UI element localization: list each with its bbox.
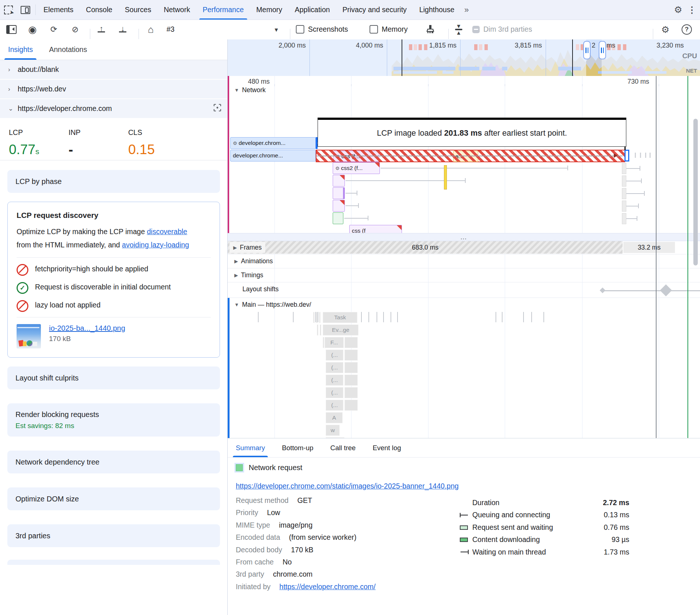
reload-record-icon[interactable]: ⟳ <box>48 24 60 35</box>
garbage-collect-icon[interactable] <box>424 24 437 35</box>
tab-console[interactable]: Console <box>80 0 119 20</box>
main-track-header[interactable]: ▼ Main — https://web.dev/ <box>234 301 311 309</box>
capture-settings-gear-icon[interactable]: ⚙ <box>659 24 671 35</box>
settings-gear-icon[interactable]: ⚙ <box>674 5 682 14</box>
insight-card-optimize-dom-size[interactable]: Optimize DOM size <box>7 487 220 510</box>
tab-bottom-up[interactable]: Bottom-up <box>282 438 313 457</box>
track-splitter[interactable]: … <box>228 233 700 241</box>
network-request-bar[interactable]: ⚙developer.chrom... <box>230 137 316 149</box>
tab-call-tree[interactable]: Call tree <box>330 438 356 457</box>
inspect-element-icon[interactable] <box>0 0 17 20</box>
request-url-link[interactable]: https://developer.chrome.com/static/imag… <box>236 482 459 490</box>
discoverable-link[interactable]: discoverable <box>147 227 187 236</box>
network-request-bar[interactable] <box>333 200 345 212</box>
screenshots-checkbox[interactable]: Screenshots <box>296 25 348 34</box>
flame-event[interactable] <box>344 400 358 411</box>
detail-value-link[interactable]: https://developer.chrome.com/ <box>279 583 375 591</box>
vertical-scrollbar[interactable] <box>693 119 698 265</box>
inspect-target-icon[interactable] <box>213 104 221 114</box>
insight-card-lcp-by-phase[interactable]: LCP by phase <box>7 170 220 193</box>
lcp-request-end-marker[interactable] <box>624 150 629 161</box>
insight-card-partial[interactable] <box>7 560 220 565</box>
tab-summary[interactable]: Summary <box>236 438 265 457</box>
frames-bar[interactable]: 683.0 ms <box>228 241 623 254</box>
download-profile-icon[interactable]: ↓ <box>116 24 129 35</box>
small-request-bar[interactable] <box>622 201 626 212</box>
tab-application[interactable]: Application <box>288 0 336 20</box>
flame-event[interactable] <box>344 337 358 348</box>
flame-event[interactable]: w <box>326 425 340 436</box>
network-request-bar[interactable] <box>333 175 345 187</box>
tab-network[interactable]: Network <box>157 0 196 20</box>
animations-track-header[interactable]: ▶ Animations <box>234 257 273 265</box>
timeline-overview[interactable]: 2,000 ms4,000 ms1,815 ms3,815 ms3,230 ms… <box>228 39 700 76</box>
flame-event[interactable]: (... <box>326 350 343 361</box>
tab-elements[interactable]: Elements <box>37 0 80 20</box>
layout-shift-diamond[interactable] <box>660 284 672 296</box>
avoiding-lazy-loading-link[interactable]: avoiding lazy-loading <box>122 241 189 249</box>
network-request-bar[interactable]: developer.chrome... <box>230 150 316 161</box>
flame-event[interactable]: (... <box>326 362 343 373</box>
collapse-tracks-icon[interactable]: ▼▲ <box>453 24 464 35</box>
small-request-bar[interactable] <box>622 188 626 199</box>
toggle-sidebar-icon[interactable] <box>5 24 18 35</box>
network-track-header[interactable]: ▼ Network <box>234 86 266 94</box>
flame-event[interactable] <box>344 350 358 361</box>
network-request-bar[interactable]: ⚙css2 (f... <box>333 162 380 174</box>
flame-event[interactable] <box>313 312 315 323</box>
flame-event[interactable] <box>323 337 324 348</box>
network-request-bar[interactable] <box>333 212 343 224</box>
tab-annotations[interactable]: Annotations <box>49 39 87 60</box>
partial-frame-bar[interactable]: 33.2 ms <box>623 242 675 253</box>
live-metrics-home-icon[interactable]: ⌂ <box>144 24 157 35</box>
help-icon[interactable]: ? <box>681 24 693 35</box>
insight-card-render-blocking-requests[interactable]: Render blocking requestsEst savings: 82 … <box>7 403 220 437</box>
flame-event[interactable]: Task <box>323 312 357 323</box>
sidebar-site-row[interactable]: ›about://blank <box>0 60 227 80</box>
insight-card-network-dependency-tree[interactable]: Network dependency tree <box>7 451 220 473</box>
flame-event[interactable] <box>344 375 358 386</box>
sidebar-site-row[interactable]: ›https://web.dev <box>0 80 227 99</box>
memory-checkbox[interactable]: Memory <box>370 25 407 34</box>
flame-event[interactable]: (... <box>326 400 343 411</box>
tab-privacy-and-security[interactable]: Privacy and security <box>336 0 413 20</box>
network-request-bar[interactable] <box>333 187 345 199</box>
tab-sources[interactable]: Sources <box>119 0 158 20</box>
flame-event[interactable] <box>320 324 321 336</box>
tab-performance[interactable]: Performance <box>196 0 250 20</box>
flame-event[interactable] <box>344 362 358 373</box>
tab-memory[interactable]: Memory <box>250 0 288 20</box>
flame-event[interactable]: F... <box>325 337 344 348</box>
clear-icon[interactable]: ⊘ <box>69 24 81 35</box>
device-toolbar-icon[interactable] <box>17 0 34 20</box>
kebab-menu-icon[interactable]: ⋮ <box>687 5 696 15</box>
history-selector[interactable]: #3 <box>167 25 175 34</box>
layout-shifts-track-header[interactable]: Layout shifts <box>242 285 279 293</box>
flame-event[interactable] <box>344 387 358 398</box>
tab-lighthouse[interactable]: Lighthouse <box>413 0 461 20</box>
window-right-handle[interactable] <box>599 41 606 59</box>
tab-insights[interactable]: Insights <box>8 39 33 60</box>
frames-track-header[interactable]: ▶ Frames <box>230 242 265 253</box>
flame-event[interactable] <box>316 312 318 323</box>
timings-track-header[interactable]: ▶ Timings <box>234 271 263 279</box>
tab-event-log[interactable]: Event log <box>372 438 401 457</box>
insight-card-lcp-request-discovery[interactable]: LCP request discovery Optimize LCP by ma… <box>7 202 220 358</box>
flame-event[interactable]: (... <box>326 375 343 386</box>
dim-3rd-parties-checkbox[interactable]: Dim 3rd parties <box>472 25 532 34</box>
flame-event[interactable]: Ev...ge <box>323 324 358 336</box>
insight-card-layout-shift-culprits[interactable]: Layout shift culprits <box>7 366 220 389</box>
lcp-image-link[interactable]: io-2025-ba..._1440.png <box>49 324 125 332</box>
window-left-handle[interactable] <box>583 41 591 59</box>
more-tabs-icon[interactable]: » <box>461 0 472 20</box>
history-dropdown-icon[interactable]: ▼ <box>272 24 281 35</box>
small-request-bar[interactable] <box>622 163 626 174</box>
insight-card-3rd-parties[interactable]: 3rd parties <box>7 524 220 547</box>
small-request-bar[interactable] <box>622 213 626 224</box>
flame-event[interactable]: A <box>326 412 343 423</box>
flame-event[interactable] <box>317 324 318 336</box>
flame-event[interactable]: (... <box>326 387 343 398</box>
small-request-bar[interactable] <box>622 176 626 187</box>
upload-profile-icon[interactable]: ↑ <box>95 24 108 35</box>
sidebar-site-row[interactable]: ⌄https://developer.chrome.com <box>0 99 227 119</box>
